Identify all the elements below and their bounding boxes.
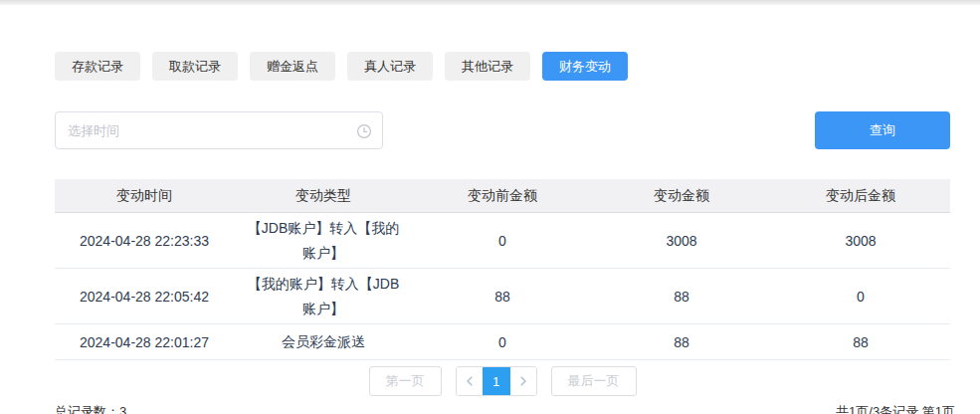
date-range-picker[interactable]: [55, 111, 383, 149]
cell-change-type: 【JDB账户】转入【我的账户】: [234, 216, 413, 265]
pagination: 第一页 1 最后一页: [55, 366, 950, 396]
cell-change-type-text: 【JDB账户】转入【我的账户】: [243, 216, 404, 265]
tab-finance-changes[interactable]: 财务变动: [542, 52, 628, 81]
cell-change-amount: 88: [592, 289, 771, 305]
cell-change-type-text: 会员彩金派送: [282, 329, 365, 354]
table-row: 2024-04-28 22:01:27 会员彩金派送 0 88 88: [55, 324, 950, 360]
filter-row: 查询: [55, 111, 950, 149]
prev-page-button[interactable]: [457, 367, 483, 395]
table-footer: 总记录数：3 共1页/3条记录 第1页: [55, 403, 955, 414]
page-number-1[interactable]: 1: [483, 367, 510, 395]
cell-change-type: 会员彩金派送: [234, 329, 413, 354]
cell-change-type-text: 【我的账户】转入【JDB账户】: [243, 272, 404, 320]
cell-change-time: 2024-04-28 22:01:27: [55, 334, 234, 350]
clock-icon: [356, 123, 372, 139]
finance-changes-table: 变动时间 变动类型 变动前金额 变动金额 变动后金额 2024-04-28 22…: [55, 179, 950, 360]
cell-change-amount: 3008: [592, 233, 771, 249]
chevron-left-icon: [464, 375, 476, 387]
column-header-change-type: 变动类型: [234, 187, 413, 205]
column-header-change-amount: 变动金额: [592, 187, 771, 205]
table-row: 2024-04-28 22:05:42 【我的账户】转入【JDB账户】 88 8…: [55, 269, 950, 324]
tab-other-records[interactable]: 其他记录: [445, 52, 530, 81]
cell-change-time: 2024-04-28 22:05:42: [55, 289, 234, 305]
cell-amount-before: 0: [413, 334, 592, 350]
cell-change-type: 【我的账户】转入【JDB账户】: [234, 272, 413, 320]
cell-amount-after: 0: [771, 289, 950, 305]
last-page-button[interactable]: 最后一页: [551, 366, 637, 396]
page-summary-label: 共1页/3条记录 第1页: [836, 403, 955, 414]
column-header-change-time: 变动时间: [55, 187, 234, 205]
table-header-row: 变动时间 变动类型 变动前金额 变动金额 变动后金额: [55, 179, 950, 213]
record-tabs: 存款记录 取款记录 赠金返点 真人记录 其他记录 财务变动: [55, 52, 950, 81]
records-panel: 存款记录 取款记录 赠金返点 真人记录 其他记录 财务变动 查询 变动时间 变动…: [0, 52, 980, 414]
next-page-button[interactable]: [510, 367, 536, 395]
tab-withdrawal-records[interactable]: 取款记录: [152, 52, 238, 81]
cell-amount-before: 0: [413, 233, 592, 249]
tab-deposit-records[interactable]: 存款记录: [55, 52, 140, 81]
first-page-button[interactable]: 第一页: [369, 366, 442, 396]
cell-amount-after: 3008: [771, 233, 950, 249]
column-header-amount-after: 变动后金额: [771, 187, 950, 205]
pager-group: 1: [456, 366, 537, 396]
top-divider: [0, 0, 980, 5]
tab-live-records[interactable]: 真人记录: [347, 52, 433, 81]
cell-amount-before: 88: [413, 289, 592, 305]
cell-change-amount: 88: [592, 334, 771, 350]
table-row: 2024-04-28 22:23:33 【JDB账户】转入【我的账户】 0 30…: [55, 213, 950, 269]
query-button[interactable]: 查询: [815, 111, 950, 149]
column-header-amount-before: 变动前金额: [413, 187, 592, 205]
date-input[interactable]: [68, 123, 348, 138]
chevron-right-icon: [517, 375, 529, 387]
total-records-label: 总记录数：3: [55, 403, 126, 414]
cell-amount-after: 88: [771, 334, 950, 350]
cell-change-time: 2024-04-28 22:23:33: [55, 233, 234, 249]
tab-bonus-rebate[interactable]: 赠金返点: [250, 52, 335, 81]
